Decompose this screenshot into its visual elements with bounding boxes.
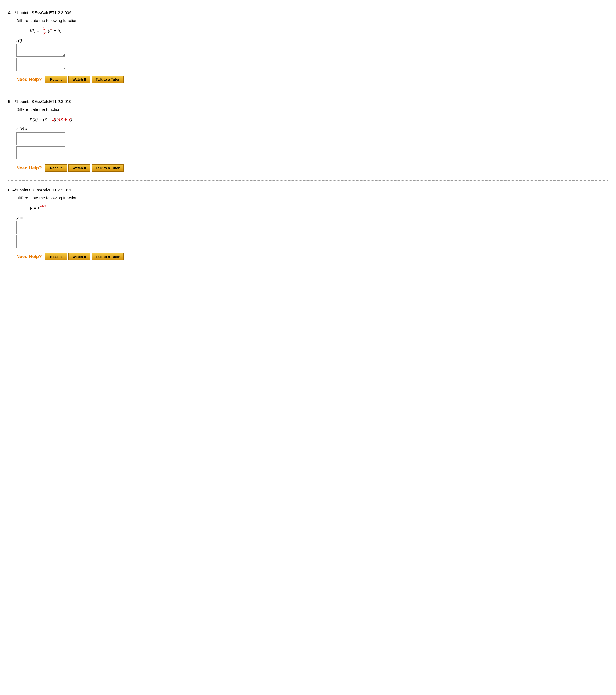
problem-4-code: SEssCalcET1 2.3.009.: [32, 10, 72, 15]
problem-4-instruction: Differentiate the following function.: [16, 18, 608, 23]
problem-6-number: 6.: [8, 188, 12, 192]
problem-5-header: 5. –/1 points SEssCalcET1 2.3.010.: [8, 99, 608, 104]
problem-4-read-it-button[interactable]: Read It: [45, 76, 67, 83]
problem-4-points: –/1 points: [13, 10, 30, 15]
problem-4: 4. –/1 points SEssCalcET1 2.3.009. Diffe…: [8, 5, 608, 90]
problem-5-code: SEssCalcET1 2.3.010.: [32, 99, 72, 104]
problem-5-talk-to-tutor-button[interactable]: Talk to a Tutor: [92, 164, 124, 172]
problem-6-need-help-label: Need Help?: [16, 254, 42, 259]
problem-5-need-help-label: Need Help?: [16, 165, 42, 171]
problem-4-need-help-row: Need Help? Read It Watch It Talk to a Tu…: [16, 76, 608, 83]
problem-5-read-it-button[interactable]: Read It: [45, 164, 67, 172]
divider-4-5: [8, 92, 608, 92]
problem-4-need-help-label: Need Help?: [16, 77, 42, 82]
problem-4-watch-it-button[interactable]: Watch It: [68, 76, 90, 83]
problem-4-formula: f(t) = 5 7 (t7 + 3): [30, 26, 608, 36]
problem-6-header: 6. –/1 points SEssCalcET1 2.3.011.: [8, 188, 608, 192]
problem-4-header: 4. –/1 points SEssCalcET1 2.3.009.: [8, 10, 608, 15]
problem-5-points: –/1 points: [13, 99, 30, 104]
problem-5-input-1[interactable]: [16, 132, 65, 145]
problem-4-input-1[interactable]: [16, 44, 65, 57]
problem-6-read-it-button[interactable]: Read It: [45, 253, 67, 260]
problem-4-number: 4.: [8, 10, 12, 15]
problem-6-code: SEssCalcET1 2.3.011.: [32, 188, 72, 192]
problem-6-watch-it-button[interactable]: Watch It: [68, 253, 90, 260]
problem-6-points: –/1 points: [13, 188, 30, 192]
problem-6-input-1[interactable]: [16, 221, 65, 234]
problem-6-talk-to-tutor-button[interactable]: Talk to a Tutor: [92, 253, 124, 260]
problem-4-answer-label: f′(t) =: [16, 38, 608, 43]
problem-5-need-help-row: Need Help? Read It Watch It Talk to a Tu…: [16, 164, 608, 172]
problem-5-number: 5.: [8, 99, 12, 104]
problem-5-formula: h(x) = (x − 3)(4x + 7): [30, 114, 608, 124]
problem-5: 5. –/1 points SEssCalcET1 2.3.010. Diffe…: [8, 94, 608, 178]
problem-6-input-2[interactable]: [16, 235, 65, 248]
problem-5-instruction: Differentiate the function.: [16, 107, 608, 112]
problem-5-answer-label: h′(x) =: [16, 126, 608, 131]
problem-5-watch-it-button[interactable]: Watch It: [68, 164, 90, 172]
problem-6-need-help-row: Need Help? Read It Watch It Talk to a Tu…: [16, 253, 608, 260]
problem-6-formula: y = x−2/3: [30, 203, 608, 213]
problem-4-talk-to-tutor-button[interactable]: Talk to a Tutor: [92, 76, 124, 83]
problem-6: 6. –/1 points SEssCalcET1 2.3.011. Diffe…: [8, 183, 608, 267]
problem-5-input-2[interactable]: [16, 147, 65, 159]
problem-6-answer-label: y′ =: [16, 215, 608, 220]
fraction-5-7: 5 7: [43, 26, 46, 36]
problem-6-instruction: Differentiate the following function.: [16, 196, 608, 200]
divider-5-6: [8, 180, 608, 181]
problem-4-input-2[interactable]: [16, 58, 65, 71]
